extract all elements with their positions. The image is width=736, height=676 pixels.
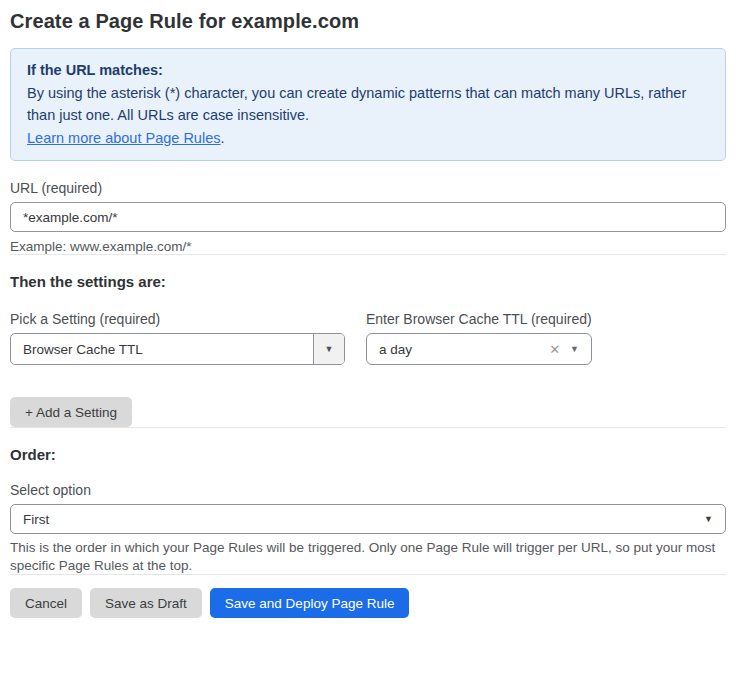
- cache-ttl-value: a day: [367, 342, 549, 357]
- order-description: This is the order in which your Page Rul…: [10, 539, 726, 574]
- info-box-body: By using the asterisk (*) character, you…: [27, 82, 709, 127]
- pick-setting-group: Pick a Setting (required) Browser Cache …: [10, 311, 345, 365]
- section-divider: [10, 574, 726, 575]
- form-actions: Cancel Save as Draft Save and Deploy Pag…: [10, 588, 726, 618]
- pick-setting-label: Pick a Setting (required): [10, 311, 345, 327]
- info-box-heading: If the URL matches:: [27, 59, 709, 82]
- pick-setting-select[interactable]: Browser Cache TTL ▼: [10, 333, 345, 365]
- order-select-value: First: [11, 512, 704, 527]
- order-select-label: Select option: [10, 482, 726, 498]
- create-page-rule-form: Create a Page Rule for example.com If th…: [10, 10, 726, 618]
- settings-heading: Then the settings are:: [10, 273, 726, 290]
- info-box-link-line: Learn more about Page Rules.: [27, 127, 709, 150]
- save-deploy-button[interactable]: Save and Deploy Page Rule: [210, 588, 410, 618]
- section-divider: [10, 427, 726, 428]
- chevron-down-icon: ▼: [325, 345, 334, 354]
- save-draft-button[interactable]: Save as Draft: [90, 588, 202, 618]
- add-setting-button[interactable]: + Add a Setting: [10, 397, 132, 427]
- url-input[interactable]: [10, 202, 726, 232]
- order-heading: Order:: [10, 446, 726, 463]
- url-label: URL (required): [10, 180, 726, 196]
- cache-ttl-group: Enter Browser Cache TTL (required) a day…: [366, 311, 592, 365]
- learn-more-link[interactable]: Learn more about Page Rules: [27, 130, 220, 146]
- cache-ttl-select[interactable]: a day ✕ ▼: [366, 333, 592, 365]
- section-divider: [10, 254, 726, 255]
- cache-ttl-label: Enter Browser Cache TTL (required): [366, 311, 592, 327]
- url-field-group: URL (required) Example: www.example.com/…: [10, 180, 726, 254]
- cancel-button[interactable]: Cancel: [10, 588, 82, 618]
- settings-row: Pick a Setting (required) Browser Cache …: [10, 311, 726, 365]
- order-select[interactable]: First ▼: [10, 504, 726, 534]
- pick-setting-value: Browser Cache TTL: [11, 342, 313, 357]
- chevron-down-icon: ▼: [570, 345, 591, 354]
- chevron-down-icon: ▼: [704, 515, 725, 524]
- url-example-text: Example: www.example.com/*: [10, 239, 726, 254]
- page-title: Create a Page Rule for example.com: [10, 10, 726, 33]
- dropdown-arrow-button[interactable]: ▼: [313, 334, 344, 364]
- url-matches-info-box: If the URL matches: By using the asteris…: [10, 48, 726, 161]
- link-suffix-text: .: [220, 130, 224, 146]
- clear-icon[interactable]: ✕: [549, 343, 570, 356]
